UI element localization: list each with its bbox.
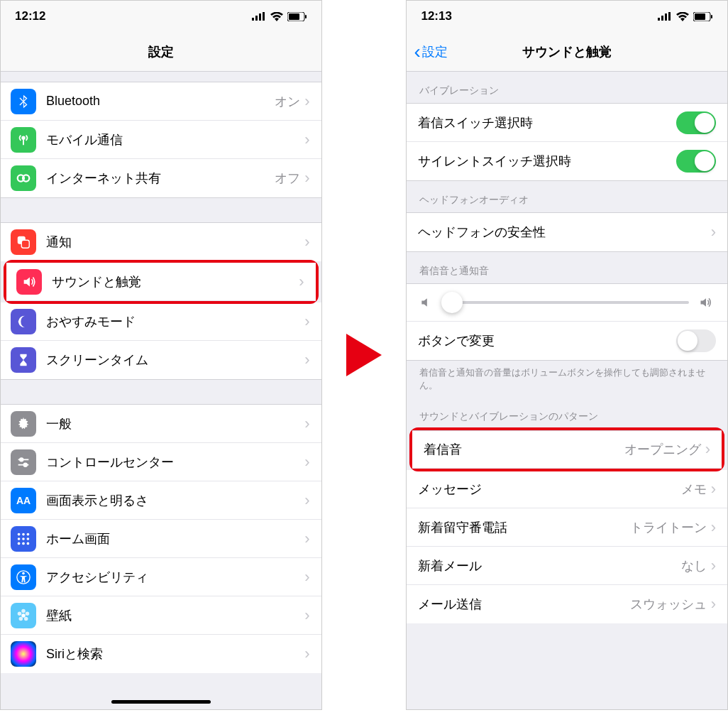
chevron-right-icon: › <box>299 273 304 291</box>
row-value: オフ <box>275 170 300 187</box>
chevron-right-icon: › <box>304 351 309 369</box>
row-mobile[interactable]: モバイル通信 › <box>1 121 321 159</box>
row-label: サウンドと触覚 <box>52 273 299 290</box>
volume-low-icon <box>419 295 434 310</box>
row-change-with-buttons[interactable]: ボタンで変更 <box>407 322 727 360</box>
signal-icon <box>252 12 266 21</box>
svg-point-22 <box>27 537 30 540</box>
row-value: メモ <box>681 481 707 498</box>
nav-title: 設定 <box>148 43 174 60</box>
chevron-right-icon: › <box>304 645 309 663</box>
row-bluetooth[interactable]: Bluetooth オン › <box>1 82 321 121</box>
chevron-left-icon: ‹ <box>414 40 420 63</box>
chevron-right-icon: › <box>304 233 309 251</box>
row-home[interactable]: ホーム画面 › <box>1 520 321 558</box>
svg-rect-41 <box>711 15 712 18</box>
row-accessibility[interactable]: アクセシビリティ › <box>1 558 321 596</box>
row-control[interactable]: コントロールセンター › <box>1 443 321 481</box>
volume-slider-row <box>407 284 727 322</box>
svg-point-31 <box>24 616 28 621</box>
svg-point-18 <box>22 533 25 535</box>
svg-point-30 <box>26 611 30 616</box>
toggle-change-buttons[interactable] <box>676 329 716 352</box>
svg-point-20 <box>18 537 21 540</box>
row-screentime[interactable]: スクリーンタイム › <box>1 341 321 379</box>
row-label: コントロールセンター <box>46 454 304 471</box>
chevron-right-icon: › <box>711 518 716 537</box>
row-general[interactable]: 一般 › <box>1 405 321 443</box>
chevron-right-icon: › <box>711 557 716 575</box>
section-header-ringer: 着信音と通知音 <box>407 252 727 283</box>
svg-point-14 <box>20 458 23 462</box>
moon-icon <box>11 309 36 334</box>
home-indicator[interactable] <box>111 700 211 704</box>
row-label: サイレントスイッチ選択時 <box>418 153 676 170</box>
row-notifications[interactable]: 通知 › <box>1 223 321 261</box>
row-label: おやすみモード <box>46 313 304 330</box>
svg-point-32 <box>19 616 23 621</box>
svg-rect-6 <box>305 15 307 18</box>
svg-point-19 <box>27 533 30 535</box>
row-label: メール送信 <box>418 596 629 613</box>
row-display[interactable]: AA 画面表示と明るさ › <box>1 481 321 520</box>
signal-icon <box>658 12 672 21</box>
row-sentmail[interactable]: メール送信 スウォッシュ › <box>407 585 727 623</box>
volume-slider[interactable] <box>442 301 689 304</box>
row-label: 画面表示と明るさ <box>46 492 304 509</box>
notifications-icon <box>11 229 36 255</box>
svg-rect-5 <box>289 13 299 20</box>
speaker-icon <box>16 269 42 295</box>
svg-point-16 <box>23 463 27 466</box>
svg-point-33 <box>18 611 22 616</box>
chevron-right-icon: › <box>304 92 309 111</box>
row-voicemail[interactable]: 新着留守番電話 トライトーン › <box>407 508 727 547</box>
section-header-vibration: バイブレーション <box>407 72 727 103</box>
back-button[interactable]: ‹ 設定 <box>414 40 447 63</box>
sliders-icon <box>11 449 36 475</box>
row-label: 着信スイッチ選択時 <box>418 114 676 131</box>
svg-point-25 <box>27 542 30 545</box>
svg-point-17 <box>18 533 21 535</box>
row-dnd[interactable]: おやすみモード › <box>1 302 321 341</box>
row-label: ボタンで変更 <box>418 332 676 349</box>
svg-point-27 <box>22 572 25 574</box>
row-label: 着信音 <box>424 441 624 458</box>
chevron-right-icon: › <box>304 131 309 149</box>
settings-screen: 12:12 設定 Bluetooth オン › モバイル通信 › インターネット… <box>0 0 322 710</box>
chevron-right-icon: › <box>304 568 309 586</box>
chevron-right-icon: › <box>304 530 309 548</box>
row-hotspot[interactable]: インターネット共有 オフ › <box>1 159 321 197</box>
nav-bar: 設定 <box>1 32 321 72</box>
section-header-headphone: ヘッドフォンオーディオ <box>407 181 727 212</box>
svg-point-21 <box>22 537 25 540</box>
svg-point-29 <box>21 608 26 613</box>
highlight-ringtone: 着信音 オープニング › <box>409 427 724 471</box>
chevron-right-icon: › <box>304 415 309 433</box>
svg-rect-36 <box>661 16 663 21</box>
chevron-right-icon: › <box>304 169 309 187</box>
row-siri[interactable]: Siriと検索 › <box>1 635 321 673</box>
battery-icon <box>287 12 307 21</box>
row-value: なし <box>681 557 707 574</box>
chevron-right-icon: › <box>711 595 716 613</box>
row-label: インターネット共有 <box>46 170 275 187</box>
toggle-vibrate-ring[interactable] <box>676 111 716 134</box>
section-footer-ringer: 着信音と通知音の音量はボリュームボタンを操作しても調節されません。 <box>407 361 727 398</box>
row-vibrate-silent[interactable]: サイレントスイッチ選択時 <box>407 142 727 180</box>
row-headphone-safety[interactable]: ヘッドフォンの安全性 › <box>407 213 727 251</box>
battery-icon <box>693 12 713 21</box>
svg-point-7 <box>22 136 25 139</box>
row-ringtone[interactable]: 着信音 オープニング › <box>412 430 722 469</box>
status-icons <box>252 12 307 21</box>
row-message[interactable]: メッセージ メモ › <box>407 470 727 508</box>
row-sounds[interactable]: サウンドと触覚 › <box>6 263 316 301</box>
row-wallpaper[interactable]: 壁紙 › <box>1 596 321 635</box>
row-label: 壁紙 <box>46 607 304 624</box>
row-vibrate-ring[interactable]: 着信スイッチ選択時 <box>407 104 727 142</box>
arrow-divider <box>336 0 392 710</box>
chevron-right-icon: › <box>304 312 309 331</box>
row-newmail[interactable]: 新着メール なし › <box>407 547 727 585</box>
svg-rect-2 <box>259 13 261 21</box>
toggle-vibrate-silent[interactable] <box>676 150 716 173</box>
svg-rect-38 <box>668 12 671 21</box>
